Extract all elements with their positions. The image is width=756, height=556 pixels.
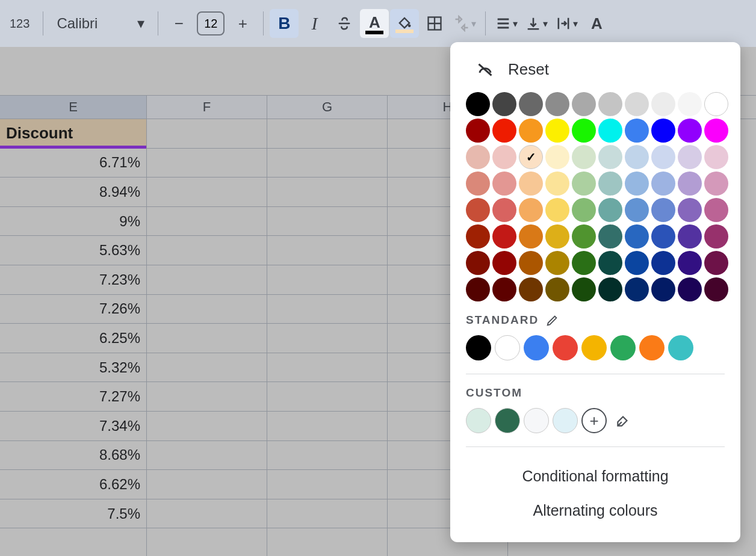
color-swatch[interactable] — [519, 92, 543, 116]
color-swatch[interactable] — [572, 119, 596, 143]
bold-button[interactable]: B — [270, 9, 299, 38]
cell[interactable]: 6.25% — [0, 324, 147, 353]
color-swatch[interactable] — [651, 251, 675, 275]
custom-color-swatch[interactable] — [524, 408, 549, 433]
cell[interactable] — [147, 499, 267, 529]
color-swatch[interactable] — [545, 251, 569, 275]
color-swatch[interactable] — [572, 251, 596, 275]
cell[interactable] — [147, 207, 267, 236]
standard-color-swatch[interactable] — [524, 335, 549, 360]
color-swatch[interactable] — [625, 92, 649, 116]
column-header-g[interactable]: G — [267, 96, 388, 119]
color-swatch[interactable] — [678, 198, 702, 222]
column-header-e[interactable]: E — [0, 96, 147, 119]
color-swatch[interactable] — [704, 171, 728, 196]
color-swatch[interactable] — [492, 251, 516, 275]
cell[interactable]: 8.94% — [0, 178, 147, 207]
color-swatch[interactable] — [625, 277, 649, 301]
color-swatch[interactable] — [678, 277, 702, 301]
color-swatch[interactable] — [651, 198, 675, 222]
font-picker[interactable]: Calibri ▾ — [49, 9, 152, 38]
cell[interactable] — [147, 265, 267, 295]
color-swatch[interactable] — [598, 277, 622, 301]
cell[interactable] — [267, 470, 388, 499]
color-swatch[interactable] — [625, 171, 649, 196]
cell[interactable] — [147, 441, 267, 471]
cell[interactable]: Discount — [0, 119, 147, 149]
custom-color-swatch[interactable] — [495, 408, 520, 433]
cell[interactable] — [267, 207, 388, 236]
color-swatch[interactable] — [466, 198, 490, 222]
color-swatch[interactable] — [519, 251, 543, 275]
standard-color-swatch[interactable] — [668, 335, 693, 360]
custom-color-swatch[interactable] — [553, 408, 578, 433]
cell[interactable]: 5.32% — [0, 353, 147, 383]
color-swatch[interactable] — [545, 224, 569, 249]
text-color-button[interactable]: A — [360, 9, 389, 38]
cell[interactable] — [147, 119, 267, 149]
cell[interactable] — [147, 353, 267, 383]
italic-button[interactable]: I — [300, 9, 329, 38]
color-swatch[interactable] — [492, 92, 516, 116]
standard-color-swatch[interactable] — [610, 335, 636, 360]
color-swatch[interactable] — [678, 119, 702, 143]
fill-color-button[interactable] — [390, 9, 419, 38]
cell[interactable] — [267, 441, 388, 471]
color-swatch[interactable] — [651, 224, 675, 249]
color-swatch[interactable] — [625, 251, 649, 275]
cell[interactable] — [267, 265, 388, 295]
cell[interactable] — [0, 528, 147, 556]
decrease-font-button[interactable]: − — [164, 9, 193, 38]
color-swatch[interactable] — [519, 171, 543, 196]
color-swatch[interactable] — [492, 171, 516, 196]
color-swatch[interactable] — [704, 198, 728, 222]
font-size-input[interactable]: 12 — [197, 11, 225, 36]
merge-cells-button[interactable]: ▾ — [450, 9, 479, 38]
color-swatch[interactable] — [651, 171, 675, 196]
color-swatch[interactable] — [704, 92, 728, 116]
cell[interactable]: 8.68% — [0, 441, 147, 471]
color-swatch[interactable] — [492, 277, 516, 301]
add-custom-color-button[interactable]: + — [581, 408, 607, 433]
color-swatch[interactable] — [466, 92, 490, 116]
standard-color-swatch[interactable] — [466, 335, 491, 360]
color-swatch[interactable] — [651, 145, 675, 169]
color-swatch[interactable] — [704, 119, 728, 143]
standard-color-swatch[interactable] — [639, 335, 665, 360]
color-swatch[interactable] — [545, 171, 569, 196]
pencil-icon[interactable] — [546, 314, 559, 327]
color-swatch[interactable] — [625, 224, 649, 249]
color-swatch[interactable] — [704, 251, 728, 275]
color-swatch[interactable] — [651, 277, 675, 301]
cell[interactable] — [147, 528, 267, 556]
alternating-colours-link[interactable]: Alternating colours — [466, 493, 725, 528]
strikethrough-button[interactable] — [330, 9, 359, 38]
standard-color-swatch[interactable] — [553, 335, 578, 360]
color-swatch[interactable] — [519, 277, 543, 301]
color-swatch[interactable] — [545, 277, 569, 301]
color-swatch[interactable] — [704, 224, 728, 249]
color-swatch[interactable] — [572, 198, 596, 222]
cell[interactable]: 7.34% — [0, 412, 147, 441]
cell[interactable] — [267, 324, 388, 353]
color-swatch[interactable] — [598, 251, 622, 275]
color-swatch[interactable] — [519, 224, 543, 249]
color-swatch[interactable] — [704, 145, 728, 169]
cell[interactable] — [147, 149, 267, 178]
conditional-formatting-link[interactable]: Conditional formatting — [466, 459, 725, 493]
text-rotation-button[interactable]: A — [582, 9, 611, 38]
color-swatch[interactable] — [519, 119, 543, 143]
color-swatch[interactable] — [545, 92, 569, 116]
color-swatch[interactable] — [598, 119, 622, 143]
color-swatch[interactable] — [466, 145, 490, 169]
text-wrap-button[interactable]: ▾ — [552, 9, 581, 38]
column-header-f[interactable]: F — [147, 96, 267, 119]
cell[interactable] — [147, 295, 267, 324]
color-swatch[interactable] — [625, 119, 649, 143]
color-swatch[interactable] — [572, 277, 596, 301]
cell[interactable] — [267, 499, 388, 529]
cell[interactable]: 7.26% — [0, 295, 147, 324]
number-format-button[interactable]: 123 — [2, 9, 37, 38]
color-swatch[interactable] — [598, 224, 622, 249]
cell[interactable] — [147, 324, 267, 353]
